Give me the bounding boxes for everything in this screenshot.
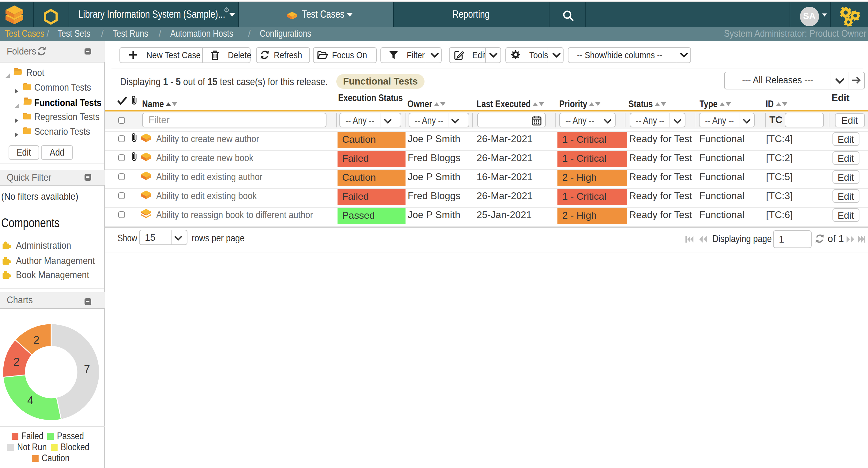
- svg-text:7: 7: [84, 363, 90, 375]
- svg-text:2: 2: [13, 355, 20, 368]
- svg-text:4: 4: [27, 394, 33, 407]
- svg-text:2: 2: [33, 334, 39, 346]
